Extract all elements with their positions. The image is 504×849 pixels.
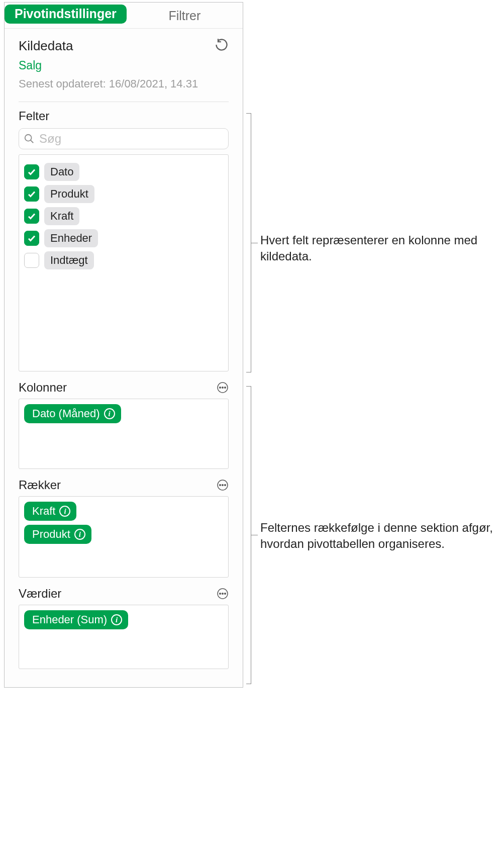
svg-point-7 [220, 485, 221, 486]
field-checkbox-dato[interactable] [24, 164, 39, 179]
field-row: Enheder [24, 227, 223, 249]
rows-heading: Rækker [19, 478, 61, 492]
row-chip-produkt[interactable]: Produkt i [24, 525, 91, 544]
callout-fields: Hvert felt repræsenterer en kolonne med … [260, 232, 496, 265]
field-chip-dato[interactable]: Dato [44, 163, 79, 181]
svg-point-5 [225, 387, 226, 389]
values-more-button[interactable] [217, 588, 229, 600]
column-chip-dato-maaned[interactable]: Dato (Måned) i [24, 404, 121, 423]
refresh-icon [215, 38, 229, 52]
columns-bucket[interactable]: Dato (Måned) i [19, 399, 229, 469]
fields-search-input[interactable] [19, 128, 229, 149]
row-chip-label: Kraft [32, 505, 55, 518]
svg-point-11 [220, 593, 221, 595]
field-row: Dato [24, 161, 223, 183]
pivot-options-panel: Pivotindstillinger Filtrer Kildedata Sal… [4, 2, 243, 688]
value-chip-enheder-sum[interactable]: Enheder (Sum) i [24, 610, 128, 629]
row-chip-label: Produkt [32, 528, 70, 541]
svg-point-4 [222, 387, 224, 389]
svg-line-1 [31, 140, 34, 143]
tab-filter-label: Filtrer [168, 9, 200, 23]
svg-point-9 [225, 485, 226, 486]
tab-pivot-settings[interactable]: Pivotindstillinger [5, 3, 127, 28]
refresh-button[interactable] [215, 38, 229, 54]
source-data-name[interactable]: Salg [19, 59, 229, 72]
callout-lead [251, 535, 258, 535]
rows-bucket[interactable]: Kraft i Produkt i [19, 496, 229, 578]
field-chip-enheder[interactable]: Enheder [44, 229, 98, 247]
tab-filter[interactable]: Filtrer [127, 3, 243, 28]
values-heading: Værdier [19, 587, 61, 601]
fields-heading: Felter [19, 109, 229, 123]
field-chip-kraft[interactable]: Kraft [44, 207, 79, 225]
tab-pivot-settings-label: Pivotindstillinger [5, 5, 127, 24]
field-checkbox-kraft[interactable] [24, 209, 39, 224]
svg-point-13 [225, 593, 226, 595]
field-row: Kraft [24, 205, 223, 227]
values-bucket[interactable]: Enheder (Sum) i [19, 605, 229, 669]
info-icon[interactable]: i [111, 614, 122, 625]
source-data-heading: Kildedata [19, 38, 73, 54]
svg-point-12 [222, 593, 224, 595]
callout-bracket [246, 113, 251, 372]
value-chip-label: Enheder (Sum) [32, 613, 107, 626]
svg-point-8 [222, 485, 224, 486]
rows-more-button[interactable] [217, 479, 229, 491]
row-chip-kraft[interactable]: Kraft i [24, 502, 76, 521]
divider [19, 102, 229, 102]
callout-lead [251, 243, 258, 243]
info-icon[interactable]: i [104, 408, 115, 419]
svg-point-0 [25, 135, 32, 141]
field-checkbox-indtaegt[interactable] [24, 253, 39, 268]
svg-point-3 [220, 387, 221, 389]
field-chip-indtaegt[interactable]: Indtægt [44, 251, 94, 269]
fields-list: Dato Produkt Kraft Enheder [19, 154, 229, 371]
tabs: Pivotindstillinger Filtrer [5, 3, 243, 29]
field-checkbox-produkt[interactable] [24, 186, 39, 202]
callout-buckets: Felternes rækkefølge i denne sektion afg… [260, 520, 500, 552]
search-icon [24, 133, 35, 144]
field-row: Produkt [24, 183, 223, 205]
columns-more-button[interactable] [217, 382, 229, 394]
column-chip-label: Dato (Måned) [32, 407, 100, 420]
info-icon[interactable]: i [59, 506, 70, 517]
source-data-updated: Senest opdateret: 16/08/2021, 14.31 [19, 77, 229, 90]
field-row: Indtægt [24, 249, 223, 271]
field-chip-produkt[interactable]: Produkt [44, 185, 94, 203]
info-icon[interactable]: i [74, 529, 85, 540]
callout-bracket [246, 386, 251, 684]
columns-heading: Kolonner [19, 381, 67, 395]
field-checkbox-enheder[interactable] [24, 231, 39, 246]
